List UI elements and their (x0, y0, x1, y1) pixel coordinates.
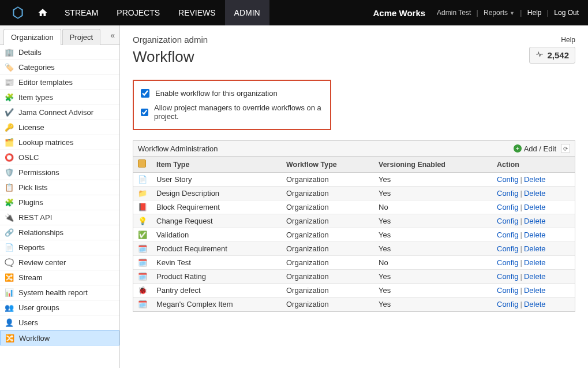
sidebar-item-system-health-report[interactable]: 📊System health report (0, 285, 119, 300)
reports-icon: 📄 (5, 243, 14, 252)
reports-link[interactable]: Reports▼ (484, 9, 515, 17)
item-type-icon: 🗓️ (133, 298, 152, 311)
config-link[interactable]: Config (497, 217, 519, 225)
sidebar-item-license[interactable]: 🔑License (0, 120, 119, 135)
sidebar-item-pick-lists[interactable]: 📋Pick lists (0, 180, 119, 195)
versioning-enabled: Yes (374, 173, 492, 187)
plus-icon: + (514, 144, 522, 153)
review-center-icon: 🗨️ (5, 258, 14, 267)
sidebar-item-review-center[interactable]: 🗨️Review center (0, 255, 119, 270)
sidebar-item-user-groups[interactable]: 👥User groups (0, 300, 119, 315)
workflow-admin-panel: Workflow Administration + Add / Edit ⟳ (133, 140, 575, 312)
help-link[interactable]: Help (527, 9, 542, 17)
enable-workflow-row[interactable]: Enable workflow for this organization (141, 89, 323, 98)
col-workflow-type[interactable]: Workflow Type (282, 157, 374, 173)
config-link[interactable]: Config (497, 300, 519, 308)
item-type-icon: 📕 (133, 200, 152, 214)
jama-connect-advisor-icon: ✔️ (5, 108, 14, 117)
delete-link[interactable]: Delete (524, 258, 546, 267)
sidebar-item-relationships[interactable]: 🔗Relationships (0, 225, 119, 240)
enable-workflow-checkbox[interactable] (141, 89, 149, 98)
refresh-icon[interactable]: ⟳ (561, 144, 570, 153)
nav-admin[interactable]: ADMIN (225, 0, 269, 25)
sidebar-item-oslc[interactable]: ⭕OSLC (0, 150, 119, 165)
delete-link[interactable]: Delete (524, 217, 546, 225)
tab-organization[interactable]: Organization (3, 29, 61, 45)
config-link[interactable]: Config (497, 189, 519, 198)
counter-badge[interactable]: 2,542 (529, 47, 575, 64)
sidebar-item-details[interactable]: 🏢Details (0, 45, 119, 60)
sidebar-item-users[interactable]: 👤Users (0, 315, 119, 330)
nav-projects[interactable]: PROJECTS (107, 0, 169, 25)
permissions-icon: 🛡️ (5, 168, 14, 177)
col-item-type[interactable]: Item Type (152, 157, 282, 173)
sidebar-item-plugins[interactable]: 🧩Plugins (0, 195, 119, 210)
sidebar-item-editor-templates[interactable]: 📰Editor templates (0, 75, 119, 90)
delete-link[interactable]: Delete (524, 244, 546, 253)
delete-link[interactable]: Delete (524, 231, 546, 239)
sidebar-item-label: Users (18, 318, 38, 327)
row-actions: Config|Delete (492, 270, 575, 284)
relationships-icon: 🔗 (5, 228, 14, 237)
logout-link[interactable]: Log Out (554, 9, 579, 17)
versioning-enabled: Yes (374, 284, 492, 298)
nav-stream[interactable]: STREAM (55, 0, 107, 25)
config-link[interactable]: Config (497, 244, 519, 253)
delete-link[interactable]: Delete (524, 175, 546, 184)
collapse-sidebar-icon[interactable]: « (110, 31, 115, 40)
sidebar-item-categories[interactable]: 🏷️Categories (0, 60, 119, 75)
item-name: Design Description (152, 187, 282, 200)
allow-override-row[interactable]: Allow project managers to override workf… (141, 103, 323, 121)
workflow-icon: 🔀 (5, 333, 14, 343)
col-versioning[interactable]: Versioning Enabled (374, 157, 492, 173)
delete-link[interactable]: Delete (524, 203, 546, 211)
col-icon[interactable] (133, 157, 152, 173)
sidebar-item-stream[interactable]: 🔀Stream (0, 270, 119, 285)
top-nav: STREAMPROJECTSREVIEWSADMIN Acme Works Ad… (0, 0, 588, 25)
versioning-enabled: No (374, 200, 492, 214)
panel-title: Workflow Administration (138, 144, 218, 153)
config-link[interactable]: Config (497, 175, 519, 184)
sidebar-item-label: License (18, 123, 44, 132)
workflow-type: Organization (282, 200, 374, 214)
app-logo[interactable] (6, 0, 30, 25)
config-link[interactable]: Config (497, 231, 519, 239)
delete-link[interactable]: Delete (524, 272, 546, 281)
config-link[interactable]: Config (497, 286, 519, 295)
workflow-type: Organization (282, 284, 374, 298)
delete-link[interactable]: Delete (524, 189, 546, 198)
org-name: Acme Works (373, 8, 437, 18)
users-icon: 👤 (5, 318, 14, 328)
sidebar-item-label: Permissions (18, 168, 59, 177)
sidebar-item-workflow[interactable]: 🔀Workflow (0, 330, 119, 345)
tab-project[interactable]: Project (62, 29, 100, 45)
config-link[interactable]: Config (497, 258, 519, 267)
user-name[interactable]: Admin Test (437, 9, 471, 17)
sidebar-list: 🏢Details🏷️Categories📰Editor templates🧩It… (0, 45, 119, 345)
versioning-enabled: Yes (374, 214, 492, 228)
rest-api-icon: 🔌 (5, 213, 14, 222)
sidebar-item-permissions[interactable]: 🛡️Permissions (0, 165, 119, 180)
sidebar-item-lookup-matrices[interactable]: 🗂️Lookup matrices (0, 135, 119, 150)
add-edit-button[interactable]: + Add / Edit (514, 144, 556, 153)
home-icon[interactable] (30, 0, 55, 25)
config-link[interactable]: Config (497, 203, 519, 211)
nav-reviews[interactable]: REVIEWS (169, 0, 225, 25)
item-name: User Story (152, 173, 282, 187)
help-link-main[interactable]: Help (561, 36, 575, 44)
pick-lists-icon: 📋 (5, 183, 14, 192)
sidebar-item-item-types[interactable]: 🧩Item types (0, 90, 119, 105)
sidebar-item-rest-api[interactable]: 🔌REST API (0, 210, 119, 225)
table-row: 🗓️Product RatingOrganizationYesConfig|De… (133, 270, 575, 284)
sidebar-item-reports[interactable]: 📄Reports (0, 240, 119, 255)
workflow-type: Organization (282, 228, 374, 242)
delete-link[interactable]: Delete (524, 286, 546, 295)
col-action[interactable]: Action (492, 157, 575, 173)
allow-override-checkbox[interactable] (141, 108, 148, 117)
delete-link[interactable]: Delete (524, 300, 546, 308)
sidebar-item-label: Reports (18, 243, 45, 252)
item-name: Product Requirement (152, 242, 282, 256)
sidebar-item-jama-connect-advisor[interactable]: ✔️Jama Connect Advisor (0, 105, 119, 120)
table-row: 💡Change RequestOrganizationYesConfig|Del… (133, 214, 575, 228)
config-link[interactable]: Config (497, 272, 519, 281)
